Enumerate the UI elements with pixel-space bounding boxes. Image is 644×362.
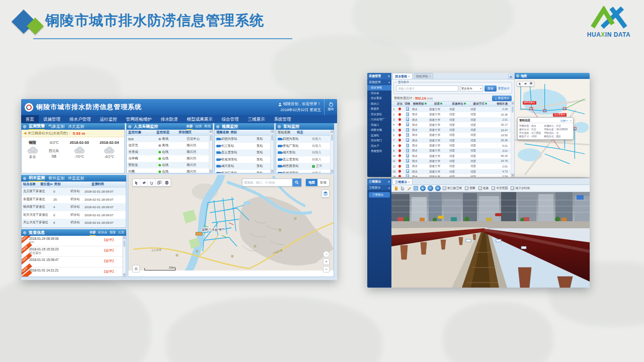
nav-item[interactable]: 三维展示 [244,115,270,123]
table-row[interactable]: 长江泵站 泵站 [215,143,274,150]
pause-button[interactable]: ‖ [428,186,433,191]
sidebar-item[interactable]: 排水渠 [367,90,391,96]
table-row[interactable]: 10 雨水 混凝土管 待定 待定 45.26 [391,153,514,158]
pen-tool-icon[interactable] [407,186,412,191]
reset-north-button[interactable]: ◔ [323,251,330,257]
detail-doc-icon[interactable] [406,118,409,121]
water-tab[interactable]: 积水监测 [29,175,45,182]
map-search-input[interactable] [242,178,292,187]
table-row[interactable]: 13 雨水 混凝土管 待定 待定 4.73 [391,169,514,174]
table-row[interactable]: 扫把沟泵站 待接入 [276,136,334,143]
close-icon[interactable]: × [570,119,572,122]
table-row[interactable]: 狼尾湖泵站 待接入 [276,170,334,174]
print-tool-icon[interactable] [163,179,171,186]
scrollbar[interactable] [209,130,212,173]
water-tab[interactable]: 窨井监测 [48,175,64,182]
close-icon[interactable]: × [408,179,410,185]
nav-item[interactable]: 管网巡检维护 [122,115,156,123]
map-toggle-option[interactable]: 影像 [317,179,329,186]
eraser-tool-icon[interactable] [523,81,528,86]
station-marker-label[interactable]: 五公里泵站 [553,113,567,117]
zoom-out-button[interactable]: − [323,266,330,273]
table-row[interactable]: 铜官路泵站 正常 [276,163,334,170]
table-row[interactable]: 4 雨水 混凝土管 待定 待定 25.17 [391,122,514,127]
station-marker-label[interactable]: 狼尾湖泵站 [523,101,536,105]
patrol-tab[interactable]: 预警 [110,229,116,236]
table-row[interactable]: 张庆元 离线 南片区 [127,142,212,149]
patrol-row[interactable]: 未处理 2018-01-24 08:39:06 test 【处理】 [22,236,122,246]
table-row[interactable]: 6 雨水 混凝土管 待定 待定 19.50 [391,133,514,138]
minimap-body[interactable]: 狼尾湖泵站 五公里泵站 管线信息 详情>> × 管网类型：雨水权属单位：待定建设… [515,79,590,177]
detail-doc-icon[interactable] [406,144,409,147]
detail-doc-icon[interactable] [406,149,409,152]
close-icon[interactable]: × [408,73,410,79]
table-row[interactable]: 天山大道下穿液位6积水站2018-02-01 18:09:07 [22,219,126,227]
table-row[interactable]: 水熹成 在线 南片区 [127,149,212,155]
patrol-row[interactable]: 未处理 2018-01-01 14:21:21 【处理】 [22,267,122,277]
table-row[interactable]: 青霞路下穿液位25积水站2018-02-01 18:09:07 [22,196,126,204]
handle-link[interactable]: 【处理】 [103,259,115,263]
detail-doc-icon[interactable] [406,138,409,142]
sidebar-item[interactable]: 透视查询 [367,148,391,154]
facility-tab[interactable]: 管线详情× [414,73,434,79]
detail-doc-icon[interactable] [406,164,409,168]
table-row[interactable]: 11 雨水 混凝土管 待定 待定 24.76 [391,158,514,163]
checkbox-checked-icon[interactable] [443,187,446,190]
patrol-row[interactable]: 未处理 2018-01-15 15:33:23 管道漏水 【处理】 [22,246,122,257]
table-row[interactable]: 3 雨水 混凝土管 待定 待定 2.01 [391,117,514,122]
hand-tool-icon[interactable] [393,186,398,191]
checkbox-checked-icon[interactable] [511,187,514,190]
sidebar-item[interactable]: 排放口 [367,122,391,128]
logout-button[interactable]: 退出 [324,99,337,115]
table-row[interactable]: 城关泵站 泵站 [215,163,274,170]
table-row[interactable]: 扫把沟泵站 泵站 [215,136,274,143]
frames-tool-icon[interactable] [155,179,163,186]
locate-pin-icon[interactable] [398,165,401,168]
sidebar-group[interactable]: 三维展示 [367,185,391,191]
nav-item[interactable]: 运行监控 [96,115,122,123]
patrol-tab[interactable]: 积水点 [98,229,107,236]
table-row[interactable]: 铜井路下穿液位4积水站2018-02-01 18:09:07 [22,203,126,211]
locate-pin-icon[interactable] [398,118,401,121]
patrol-row[interactable]: 未处理 2018-01-01 15:08:47 【处理】 [22,257,122,267]
keyword-input[interactable] [396,85,458,92]
table-row[interactable]: 2 雨水 混凝土管 待定 待定 16.36 [391,112,514,117]
locate-pin-icon[interactable] [398,134,401,137]
patrol-tab[interactable]: 注意 [118,229,124,236]
reset-link[interactable]: 重置条件 [498,86,510,91]
locate-pin-icon[interactable] [398,154,401,157]
nav-item[interactable]: 综合管理 [217,115,244,123]
detail-doc-icon[interactable] [406,174,409,177]
detail-doc-icon[interactable] [406,123,409,126]
detail-doc-icon[interactable] [406,169,409,173]
personnel-tab[interactable]: 离线 [204,123,211,130]
locate-pin-icon[interactable] [398,113,401,116]
detail-doc-icon[interactable] [406,113,409,116]
sidebar-item[interactable]: 排水闸门 [367,138,391,143]
locate-pin-icon[interactable] [398,149,401,152]
sidebar-item[interactable]: 调蓄设施 [367,127,391,133]
zoom-in-button[interactable]: + [323,258,330,265]
table-row[interactable]: 8 雨水 混凝土管 待定 待定 5.01 [391,143,514,148]
scrollbar[interactable] [122,236,126,277]
sidebar-item[interactable]: 监测站 [367,133,391,138]
table-row[interactable]: 1 雨水 混凝土管 待定 待定 2.28 [391,107,514,112]
locate-pin-icon[interactable] [398,129,401,132]
table-row[interactable]: 马学梅 在线 南片区 [127,155,212,162]
personnel-tab[interactable]: 全部 [186,123,193,130]
locate-pin-icon[interactable] [398,144,401,147]
nav-item[interactable]: 系统管理 [270,115,296,123]
pointer-tool-icon[interactable] [133,179,140,186]
grid-tool-icon[interactable] [508,74,513,78]
table-row[interactable]: 14 雨水 混凝土管 待定 待定 5.59 [391,174,514,177]
nav-item[interactable]: 模型成果展示 [183,115,217,123]
handle-link[interactable]: 【处理】 [103,248,115,253]
table-row[interactable]: 熊歌生 在线 南片区 [127,162,212,168]
monitor-tab[interactable]: 监测预警 [29,123,45,130]
viewport-3d[interactable] [391,192,590,288]
stop-button[interactable]: ■ [435,186,441,191]
sidebar-item[interactable]: 排水窨井 [367,96,391,101]
scrollbar[interactable] [330,130,334,173]
detail-doc-icon[interactable] [406,154,409,157]
locate-pin-icon[interactable] [398,175,401,177]
